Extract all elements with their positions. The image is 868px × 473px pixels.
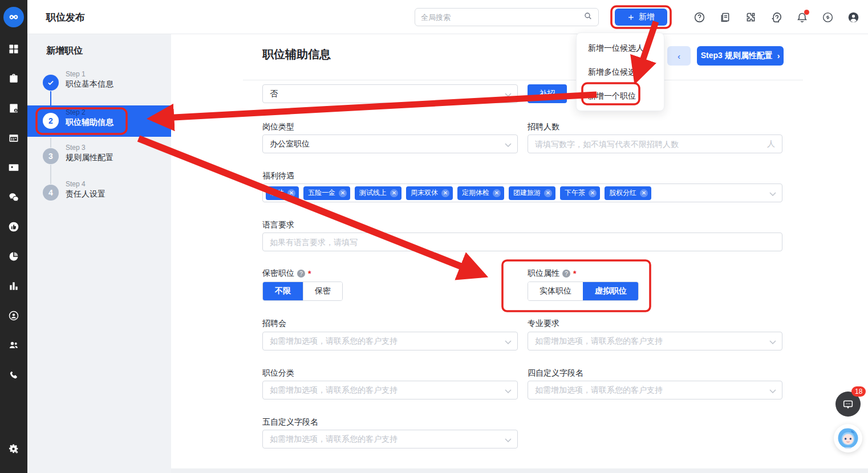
menu-item-add-candidates[interactable]: 新增多位候选人 bbox=[577, 60, 664, 84]
next-step-button[interactable]: Step3 规则属性配置 › bbox=[697, 46, 784, 66]
attribute-option-physical[interactable]: 实体职位 bbox=[528, 282, 583, 300]
confidential-toggle: 不限 保密 bbox=[262, 282, 343, 301]
custom5-select[interactable]: 如需增加选项，请联系您的客户支持 bbox=[262, 430, 518, 448]
dashboard-icon[interactable] bbox=[7, 42, 21, 56]
chat-unread-badge: 18 bbox=[851, 386, 866, 397]
step1-check-icon bbox=[43, 75, 59, 91]
global-search[interactable] bbox=[415, 8, 599, 26]
job-fair-select[interactable]: 如需增加选项，请联系您的客户支持 bbox=[262, 332, 518, 350]
thumbs-up-icon[interactable] bbox=[7, 220, 21, 234]
app-logo[interactable] bbox=[3, 7, 24, 27]
team-icon[interactable] bbox=[7, 339, 21, 352]
step4-number: 4 bbox=[43, 185, 59, 201]
job-type-label: 岗位类型 bbox=[262, 121, 294, 133]
bar-chart-icon[interactable] bbox=[7, 279, 21, 293]
remove-tag-icon[interactable]: ✕ bbox=[640, 189, 648, 197]
welfare-label: 福利待遇 bbox=[262, 170, 294, 182]
confidential-option-secret[interactable]: 保密 bbox=[303, 282, 342, 300]
wizard-step-4[interactable]: 4 Step 4 责任人设置 bbox=[27, 211, 171, 243]
chevron-down-icon bbox=[769, 189, 776, 198]
custom4-label: 四自定义字段名 bbox=[528, 368, 583, 379]
wizard-panel: 新增职位 Step 1 职位基本信息 2 Step 2 职位辅助信息 3 Ste… bbox=[27, 34, 171, 473]
search-icon[interactable] bbox=[583, 11, 593, 23]
language-input[interactable] bbox=[270, 238, 775, 247]
ai-robot-button[interactable] bbox=[834, 424, 862, 452]
help-icon[interactable]: ? bbox=[562, 270, 570, 278]
chevron-down-icon bbox=[769, 386, 776, 395]
help-icon[interactable] bbox=[692, 10, 706, 24]
job-fair-label: 招聘会 bbox=[262, 318, 286, 329]
headcount-label: 招聘人数 bbox=[528, 121, 559, 133]
welfare-tag: 双休✕ bbox=[266, 186, 299, 200]
language-field[interactable] bbox=[262, 233, 782, 251]
job-attribute-label: 职位属性 ? * bbox=[528, 268, 576, 279]
briefcase-icon[interactable] bbox=[7, 72, 21, 85]
custom4-select[interactable]: 如需增加选项，请联系您的客户支持 bbox=[528, 381, 782, 399]
attribute-option-virtual[interactable]: 虚拟职位 bbox=[583, 282, 638, 300]
remove-tag-icon[interactable]: ✕ bbox=[441, 189, 449, 197]
job-attribute-toggle: 实体职位 虚拟职位 bbox=[528, 282, 639, 301]
back-step-button[interactable]: ‹ bbox=[667, 46, 691, 66]
page: 职位发布 新增 新增职位 Step 1 bbox=[0, 0, 868, 473]
recruit-flag-select[interactable]: 否 bbox=[262, 84, 518, 103]
remove-tag-icon[interactable]: ✕ bbox=[544, 189, 552, 197]
step2-number: 2 bbox=[43, 113, 59, 129]
required-asterisk: * bbox=[308, 269, 311, 278]
headcount-input[interactable] bbox=[535, 140, 767, 149]
resume-icon[interactable] bbox=[7, 101, 21, 115]
page-title: 职位发布 bbox=[46, 11, 85, 24]
document-icon[interactable] bbox=[718, 10, 732, 24]
major-select[interactable]: 如需增加选项，请联系您的客户支持 bbox=[528, 332, 782, 350]
id-card-icon[interactable] bbox=[7, 161, 21, 174]
person-circle-icon[interactable] bbox=[7, 309, 21, 323]
chevron-down-icon bbox=[505, 435, 512, 444]
remove-tag-icon[interactable]: ✕ bbox=[339, 189, 347, 197]
welfare-multiselect[interactable]: 双休✕ 五险一金✕ 测试线上✕ 周末双休✕ 定期体检✕ 团建旅游✕ 下午茶✕ 股… bbox=[262, 184, 782, 202]
welfare-tag: 五险一金✕ bbox=[303, 186, 350, 200]
add-dropdown-menu: 新增一位候选人 新增多位候选人 新增一个职位 bbox=[576, 32, 664, 111]
welfare-tag: 定期体检✕ bbox=[457, 186, 504, 200]
chevron-right-icon: › bbox=[777, 51, 780, 60]
settings-icon[interactable] bbox=[7, 442, 21, 456]
wechat-icon[interactable] bbox=[7, 190, 21, 204]
welfare-tag: 测试线上✕ bbox=[355, 186, 401, 200]
phone-icon[interactable] bbox=[7, 368, 21, 382]
headcount-field[interactable]: 人 bbox=[528, 134, 782, 153]
headcount-unit: 人 bbox=[767, 139, 775, 149]
welfare-tag: 股权分红✕ bbox=[605, 186, 651, 200]
chevron-down-icon bbox=[505, 140, 512, 149]
add-button[interactable]: 新增 bbox=[615, 9, 667, 26]
category-select[interactable]: 如需增加选项，请联系您的客户支持 bbox=[262, 381, 518, 399]
section-title: 职位辅助信息 bbox=[262, 47, 331, 62]
remove-tag-icon[interactable]: ✕ bbox=[493, 189, 501, 197]
help-icon[interactable]: ? bbox=[297, 270, 305, 278]
welfare-tag: 团建旅游✕ bbox=[509, 186, 555, 200]
chevron-down-icon bbox=[505, 386, 512, 395]
pie-chart-icon[interactable] bbox=[7, 250, 21, 263]
remove-tag-icon[interactable]: ✕ bbox=[287, 189, 295, 197]
puzzle-icon[interactable] bbox=[744, 10, 757, 24]
language-label: 语言要求 bbox=[262, 219, 294, 231]
top-bar: 职位发布 新增 bbox=[27, 0, 868, 34]
user-avatar[interactable] bbox=[846, 10, 860, 24]
ai-assistant-icon[interactable] bbox=[769, 10, 783, 24]
remove-tag-icon[interactable]: ✕ bbox=[589, 189, 597, 197]
notifications-icon[interactable] bbox=[795, 10, 809, 24]
bottom-strip bbox=[171, 468, 868, 473]
job-type-select[interactable]: 办公室职位 bbox=[262, 134, 518, 153]
required-asterisk: * bbox=[573, 269, 576, 278]
confidential-option-unlimited[interactable]: 不限 bbox=[263, 282, 303, 300]
remove-tag-icon[interactable]: ✕ bbox=[390, 189, 398, 197]
chevron-down-icon bbox=[505, 89, 512, 99]
search-input[interactable] bbox=[421, 13, 583, 22]
notification-dot bbox=[804, 10, 809, 15]
chevron-down-icon bbox=[769, 337, 776, 346]
menu-item-add-job[interactable]: 新增一个职位 bbox=[577, 84, 664, 108]
step3-number: 3 bbox=[43, 148, 59, 164]
link-icon[interactable] bbox=[821, 10, 834, 24]
menu-item-add-candidate[interactable]: 新增一位候选人 bbox=[577, 36, 664, 60]
custom5-label: 五自定义字段名 bbox=[262, 417, 318, 428]
chevron-down-icon bbox=[505, 337, 512, 346]
re-recruit-button[interactable]: 补招 bbox=[528, 84, 567, 103]
calendar-icon[interactable] bbox=[7, 131, 21, 145]
